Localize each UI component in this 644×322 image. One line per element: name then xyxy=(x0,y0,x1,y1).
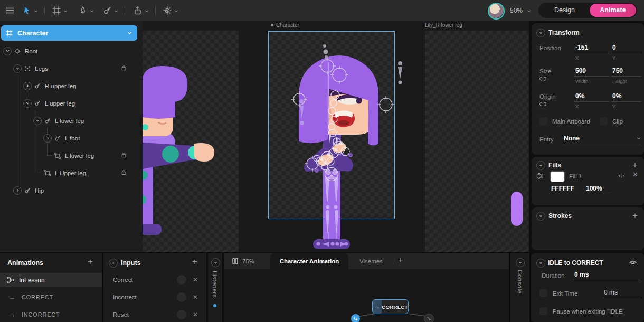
bone-tool-icon[interactable] xyxy=(102,6,112,15)
add-fill-button[interactable]: + xyxy=(632,162,638,169)
pen-tool-dropdown-icon[interactable] xyxy=(90,9,94,13)
lock-icon[interactable] xyxy=(121,152,127,158)
fill-hex-field[interactable]: FFFFFF xyxy=(550,183,579,194)
pause-icon[interactable] xyxy=(232,258,238,264)
expand-chevron-icon[interactable] xyxy=(516,258,525,267)
hierarchy-item-l-upper-leg[interactable]: L Upper leg xyxy=(0,164,143,182)
hide-fill-eye-closed-icon[interactable] xyxy=(618,173,625,178)
hierarchy-item-hip[interactable]: Hip xyxy=(0,182,143,199)
lock-icon[interactable] xyxy=(121,65,127,71)
pause-exiting-checkbox[interactable] xyxy=(539,307,547,315)
animate-mode-button[interactable]: Animate xyxy=(590,4,636,17)
disclosure-down-icon[interactable] xyxy=(3,47,12,55)
chevron-down-icon[interactable] xyxy=(127,31,132,35)
artboard-label-lily[interactable]: Lily_R lower leg xyxy=(425,22,462,28)
add-input-button[interactable]: + xyxy=(192,258,197,266)
hierarchy-item-l-lower-leg[interactable]: L lower leg xyxy=(0,112,143,129)
entry-select[interactable]: None xyxy=(563,133,641,144)
stage-canvas[interactable]: Character Lily_R lower leg xyxy=(143,21,529,252)
link-dimensions-icon[interactable] xyxy=(539,77,546,81)
exit-time-field[interactable]: 0 ms xyxy=(603,287,641,298)
animation-item-incorrect[interactable]: →INCORRECT xyxy=(0,308,102,321)
lock-icon[interactable] xyxy=(121,169,127,175)
artboard-label-character[interactable]: Character xyxy=(271,22,299,28)
artboard-character[interactable] xyxy=(269,32,394,219)
height-field[interactable]: 750 xyxy=(611,65,641,77)
eye-icon[interactable] xyxy=(629,259,637,266)
width-field[interactable]: 500 xyxy=(574,65,609,77)
add-stroke-button[interactable]: + xyxy=(632,212,638,220)
tab-visemes[interactable]: Visemes xyxy=(356,253,386,269)
export-tool-dropdown-icon[interactable] xyxy=(145,9,149,13)
fill-color-swatch[interactable] xyxy=(550,171,565,182)
state-node-correct[interactable]: → CORRECT xyxy=(372,299,409,314)
zoom-dropdown-icon[interactable] xyxy=(527,9,531,13)
input-toggle[interactable] xyxy=(177,310,186,319)
settings-dropdown-icon[interactable] xyxy=(174,9,178,13)
collapse-chevron-icon[interactable] xyxy=(536,161,545,170)
select-tool-icon[interactable] xyxy=(22,6,32,15)
fill-opacity-field[interactable]: 100% xyxy=(585,183,610,194)
console-tab-label[interactable]: Console xyxy=(517,270,523,294)
disclosure-down-icon[interactable] xyxy=(33,117,42,125)
add-tab-button[interactable]: + xyxy=(398,257,403,264)
disclosure-down-icon[interactable] xyxy=(23,99,32,108)
input-toggle[interactable] xyxy=(177,292,186,302)
remove-input-icon[interactable]: ✕ xyxy=(193,293,198,301)
console-tab[interactable]: Console xyxy=(510,253,529,322)
disclosure-down-icon[interactable] xyxy=(13,64,22,73)
exit-time-checkbox[interactable] xyxy=(539,289,547,297)
artboard-header[interactable]: Character xyxy=(1,25,137,41)
playback-speed-control[interactable]: 75% xyxy=(232,258,254,264)
hierarchy-item-r-upper-leg[interactable]: R upper leg xyxy=(0,77,143,94)
tab-character-animation[interactable]: Character Animation xyxy=(270,253,348,269)
origin-y-field[interactable]: 0% xyxy=(611,91,641,102)
animation-item-correct[interactable]: →CORRECT xyxy=(0,290,102,304)
collapse-chevron-icon[interactable] xyxy=(536,212,545,221)
origin-x-field[interactable]: 0% xyxy=(574,91,609,102)
clip-checkbox[interactable] xyxy=(600,117,608,125)
artboard-tool-dropdown-icon[interactable] xyxy=(63,9,68,13)
artboard-left[interactable] xyxy=(143,31,239,252)
artboard-tool-icon[interactable] xyxy=(52,6,61,15)
user-avatar[interactable] xyxy=(488,3,505,20)
collapse-chevron-icon[interactable] xyxy=(109,259,118,268)
link-origin-icon[interactable] xyxy=(539,102,546,107)
duration-field[interactable]: 0 ms xyxy=(573,269,641,280)
hierarchy-item-l-upper-leg[interactable]: L upper leg xyxy=(0,94,143,112)
add-animation-button[interactable]: + xyxy=(88,258,93,266)
zoom-level[interactable]: 50% xyxy=(510,7,523,14)
disclosure-right-icon[interactable] xyxy=(13,186,22,195)
input-toggle[interactable] xyxy=(177,275,186,285)
position-x-field[interactable]: -151 xyxy=(574,42,609,53)
main-artboard-checkbox[interactable] xyxy=(539,117,547,125)
entry-port[interactable] xyxy=(351,314,360,322)
disclosure-right-icon[interactable] xyxy=(43,134,52,143)
artboard-lily-r-lower-leg[interactable] xyxy=(425,31,529,252)
remove-fill-button[interactable]: ✕ xyxy=(632,171,638,178)
remove-input-icon[interactable]: ✕ xyxy=(193,311,198,318)
position-y-field[interactable]: 0 xyxy=(611,42,641,53)
hierarchy-item-root[interactable]: Root xyxy=(0,42,143,60)
hamburger-menu-icon[interactable] xyxy=(5,6,15,15)
remove-input-icon[interactable]: ✕ xyxy=(193,276,198,283)
pen-tool-icon[interactable] xyxy=(78,6,88,15)
hierarchy-item-l-lower-leg[interactable]: L lower leg xyxy=(0,147,143,164)
fill-options-icon[interactable] xyxy=(537,173,544,179)
state-machine-graph[interactable]: → CORRECT xyxy=(224,269,509,322)
listeners-tab-label[interactable]: Listeners xyxy=(212,271,218,298)
animation-item-inlesson-selected[interactable]: InLesson xyxy=(0,273,102,287)
export-tool-icon[interactable] xyxy=(133,6,143,15)
listeners-tab[interactable]: Listeners xyxy=(208,253,222,322)
disclosure-right-icon[interactable] xyxy=(23,82,32,90)
hierarchy-item-l-foot[interactable]: L foot xyxy=(0,129,143,147)
design-mode-button[interactable]: Design xyxy=(538,3,591,18)
bone-tool-dropdown-icon[interactable] xyxy=(114,9,118,13)
select-tool-dropdown-icon[interactable] xyxy=(34,9,38,13)
exit-port[interactable] xyxy=(424,314,434,322)
hierarchy-item-legs[interactable]: Legs xyxy=(0,60,143,77)
settings-gear-icon[interactable] xyxy=(163,6,172,15)
expand-chevron-icon[interactable] xyxy=(211,258,220,267)
collapse-chevron-icon[interactable] xyxy=(536,259,545,268)
collapse-chevron-icon[interactable] xyxy=(536,29,545,37)
